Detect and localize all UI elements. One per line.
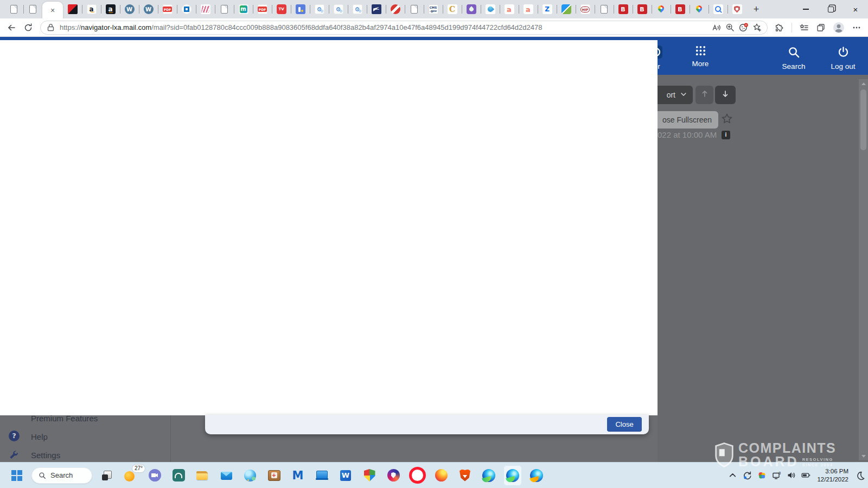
browser-tab[interactable]	[367, 0, 386, 18]
browser-tab[interactable]	[576, 0, 595, 18]
scrollbar-up-icon[interactable]	[859, 79, 868, 88]
add-favorite-icon[interactable]	[752, 23, 762, 32]
browser-tab[interactable]	[633, 0, 652, 18]
taskbar-privacy-browser[interactable]	[384, 465, 403, 486]
tray-battery-icon[interactable]	[801, 471, 810, 480]
taskbar-edge[interactable]	[503, 465, 522, 486]
collections-icon[interactable]	[816, 23, 826, 33]
taskbar-medkit-game[interactable]	[265, 465, 283, 486]
browser-tab[interactable]	[63, 0, 82, 18]
move-down-button[interactable]	[715, 86, 736, 104]
taskbar-start[interactable]	[8, 465, 26, 486]
taskbar-brave[interactable]	[456, 465, 474, 486]
url-text[interactable]: https://navigator-lxa.mail.com/mail?sid=…	[60, 23, 707, 31]
browser-tab[interactable]	[215, 0, 234, 18]
back-icon[interactable]	[7, 23, 16, 33]
browser-tab[interactable]	[310, 0, 329, 18]
browser-tab[interactable]	[196, 0, 215, 18]
restore-button[interactable]	[818, 0, 843, 18]
profile-avatar[interactable]	[833, 22, 845, 34]
browser-tab[interactable]	[158, 0, 177, 18]
browser-tab[interactable]	[519, 0, 538, 18]
taskbar-malwarebytes[interactable]	[289, 465, 307, 486]
browser-tab-active[interactable]: ×	[42, 2, 63, 18]
tab-close-icon[interactable]: ×	[50, 7, 55, 14]
nav-item-logout[interactable]: Log out	[824, 44, 862, 70]
browser-tab[interactable]	[443, 0, 462, 18]
tray-sync-icon[interactable]	[742, 471, 752, 480]
address-bar[interactable]: https://navigator-lxa.mail.com/mail?sid=…	[40, 21, 768, 35]
taskbar-search[interactable]: Search	[31, 467, 92, 484]
close-fullscreen-button[interactable]: ose Fullscreen	[658, 111, 718, 129]
info-icon[interactable]: i	[722, 131, 730, 139]
tray-onedrive-icon[interactable]	[757, 471, 767, 480]
minimize-button[interactable]	[793, 0, 818, 18]
browser-tab[interactable]	[405, 0, 424, 18]
sort-button[interactable]: ort	[658, 86, 693, 104]
sidebar-item-settings[interactable]: Settings	[31, 451, 60, 460]
taskbar-firefox[interactable]	[432, 465, 450, 486]
close-window-button[interactable]: ×	[843, 0, 868, 18]
extensions-icon[interactable]	[775, 23, 784, 33]
settings-menu-icon[interactable]	[852, 23, 861, 33]
page-scrollbar[interactable]	[859, 79, 868, 460]
browser-tab[interactable]	[614, 0, 633, 18]
tray-speaker-icon[interactable]	[786, 471, 796, 480]
browser-tab[interactable]	[23, 0, 42, 18]
sidebar-item-premium-features[interactable]: Premium Features	[31, 415, 98, 423]
taskbar-podcast-teal[interactable]	[169, 465, 188, 486]
taskbar-laptop-app[interactable]	[312, 465, 331, 486]
taskbar-teams[interactable]	[145, 465, 164, 486]
taskbar-paint-3d[interactable]	[241, 465, 259, 486]
lock-icon[interactable]	[46, 23, 55, 32]
browser-tab[interactable]	[101, 0, 120, 18]
browser-tab[interactable]	[595, 0, 614, 18]
browser-tab[interactable]	[709, 0, 727, 18]
tray-chevron-up-icon[interactable]	[727, 471, 737, 480]
browser-tab[interactable]	[424, 0, 443, 18]
read-aloud-icon[interactable]	[712, 23, 721, 32]
browser-tab[interactable]	[234, 0, 253, 18]
browser-tab[interactable]	[120, 0, 139, 18]
browser-tab[interactable]	[291, 0, 310, 18]
browser-tab[interactable]	[671, 0, 690, 18]
browser-tab[interactable]	[82, 0, 101, 18]
tray-cast-icon[interactable]: 8	[771, 471, 781, 480]
refresh-icon[interactable]	[23, 23, 33, 33]
nav-item-search[interactable]: Search	[775, 44, 813, 70]
taskbar-file-explorer[interactable]	[193, 465, 212, 486]
nav-item-more[interactable]: More	[681, 44, 719, 68]
browser-tab[interactable]	[139, 0, 158, 18]
browser-tab[interactable]	[690, 0, 709, 18]
close-button[interactable]: Close	[607, 417, 642, 431]
star-icon[interactable]	[720, 112, 733, 125]
browser-tab[interactable]	[272, 0, 291, 18]
browser-tab[interactable]	[4, 0, 23, 18]
browser-tab[interactable]	[253, 0, 272, 18]
favorites-icon[interactable]	[799, 23, 809, 33]
taskbar-clock[interactable]: 3:06 PM 12/21/2022	[817, 467, 848, 483]
browser-tab[interactable]	[348, 0, 367, 18]
taskbar-task-view[interactable]	[98, 465, 116, 486]
taskbar-opera[interactable]	[408, 465, 426, 486]
browser-tab[interactable]	[557, 0, 576, 18]
taskbar-weather[interactable]: 27°	[122, 465, 140, 486]
browser-tab[interactable]	[177, 0, 196, 18]
taskbar-word[interactable]	[336, 465, 355, 486]
taskbar-edge-beta[interactable]	[480, 465, 498, 486]
browser-tab[interactable]	[652, 0, 671, 18]
sidebar-item-help[interactable]: Help	[31, 432, 48, 441]
browser-tab[interactable]	[386, 0, 405, 18]
cookie-blocked-icon[interactable]	[739, 23, 748, 32]
scrollbar-down-icon[interactable]	[859, 452, 868, 460]
moon-icon[interactable]	[855, 470, 866, 481]
new-tab-button[interactable]: +	[749, 2, 764, 17]
scrollbar-thumb[interactable]	[860, 89, 866, 150]
taskbar-mail-app[interactable]	[217, 465, 235, 486]
browser-tab[interactable]	[727, 0, 746, 18]
taskbar-avg[interactable]	[360, 465, 379, 486]
browser-tab[interactable]	[500, 0, 519, 18]
taskbar-edge-canary[interactable]	[527, 465, 546, 486]
browser-tab[interactable]	[329, 0, 348, 18]
browser-tab[interactable]	[538, 0, 557, 18]
